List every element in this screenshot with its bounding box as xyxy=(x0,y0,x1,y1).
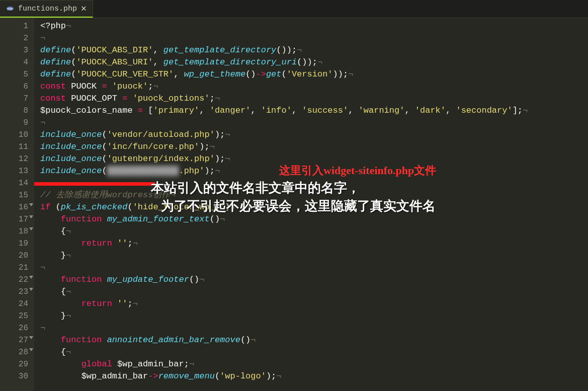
code-line[interactable]: $wp_admin_bar->remove_menu('wp-logo');¬ xyxy=(40,370,588,382)
code-line[interactable]: {¬ xyxy=(40,286,588,298)
close-icon[interactable]: ✕ xyxy=(81,4,87,13)
tab-bar: php functions.php ✕ xyxy=(0,0,588,18)
line-number: 4 xyxy=(0,56,28,68)
tab-functions-php[interactable]: php functions.php ✕ xyxy=(0,0,93,18)
fold-icon[interactable] xyxy=(29,203,33,206)
line-number: 6 xyxy=(0,81,28,93)
line-number: 15 xyxy=(0,189,28,201)
line-number: 20 xyxy=(0,250,28,262)
code-line[interactable]: if (pk_is_checked('hide_footer_wp_t')) {… xyxy=(40,201,588,213)
code-line[interactable]: include_once('gutenberg/index.php');¬ xyxy=(40,153,588,165)
code-line[interactable]: function my_update_footer()¬ xyxy=(40,274,588,286)
code-line[interactable]: const PUOCK_OPT = 'puock_options';¬ xyxy=(40,93,588,105)
php-file-icon: php xyxy=(6,5,14,13)
code-line[interactable]: ¬ xyxy=(40,117,588,129)
line-number: 19 xyxy=(0,238,28,250)
code-line[interactable]: return '';¬ xyxy=(40,238,588,250)
line-number: 10 xyxy=(0,129,28,141)
code-line[interactable]: include_once(██████████████.php');¬ xyxy=(40,165,588,177)
code-line[interactable]: define('PUOCK_CUR_VER_STR', wp_get_theme… xyxy=(40,68,588,81)
code-line[interactable]: ¬ xyxy=(40,32,588,44)
code-line[interactable]: // 去除感谢使用wordpress创作¬ xyxy=(40,189,588,201)
line-number: 21 xyxy=(0,262,28,274)
line-number: 22 xyxy=(0,274,28,286)
code-line[interactable]: const PUOCK = 'puock';¬ xyxy=(40,81,588,93)
line-number: 9 xyxy=(0,117,28,129)
code-line[interactable]: global $wp_admin_bar;¬ xyxy=(40,358,588,370)
code-line[interactable]: <?php¬ xyxy=(40,20,588,32)
code-line[interactable]: function annointed_admin_bar_remove()¬ xyxy=(40,334,588,346)
line-number: 27 xyxy=(0,334,28,346)
line-number: 24 xyxy=(0,298,28,310)
fold-icon[interactable] xyxy=(29,348,33,351)
line-number: 16 xyxy=(0,201,28,213)
editor-pane: 1234567891011121314151617181920212223242… xyxy=(0,18,588,391)
line-number: 5 xyxy=(0,68,28,81)
redacted-text: ██████████████ xyxy=(107,165,179,177)
fold-icon[interactable] xyxy=(29,276,33,279)
line-number: 7 xyxy=(0,93,28,105)
code-line[interactable]: ¬ xyxy=(40,322,588,334)
line-number: 1 xyxy=(0,20,28,32)
line-number: 12 xyxy=(0,153,28,165)
line-number: 11 xyxy=(0,141,28,153)
code-line[interactable]: define('PUOCK_ABS_DIR', get_template_dir… xyxy=(40,44,588,56)
code-line[interactable]: }¬ xyxy=(40,250,588,262)
svg-text:php: php xyxy=(8,7,13,11)
line-number: 26 xyxy=(0,322,28,334)
fold-icon[interactable] xyxy=(29,336,33,339)
line-number: 28 xyxy=(0,346,28,358)
code-line[interactable]: function my_admin_footer_text()¬ xyxy=(40,213,588,225)
line-number: 29 xyxy=(0,358,28,370)
fold-icon[interactable] xyxy=(29,227,33,230)
line-number: 2 xyxy=(0,32,28,44)
line-number: 18 xyxy=(0,225,28,238)
line-number: 30 xyxy=(0,370,28,382)
line-number: 14 xyxy=(0,177,28,189)
code-area[interactable]: <?php¬¬define('PUOCK_ABS_DIR', get_templ… xyxy=(34,18,588,391)
code-line[interactable]: $puock_colors_name = ['primary', 'danger… xyxy=(40,105,588,117)
code-line[interactable]: {¬ xyxy=(40,346,588,358)
code-line[interactable]: }¬ xyxy=(40,310,588,322)
line-number: 23 xyxy=(0,286,28,298)
code-line[interactable]: define('PUOCK_ABS_URI', get_template_dir… xyxy=(40,56,588,68)
line-number: 25 xyxy=(0,310,28,322)
code-line[interactable]: include_once('vendor/autoload.php');¬ xyxy=(40,129,588,141)
line-number-gutter: 1234567891011121314151617181920212223242… xyxy=(0,18,34,391)
code-line[interactable]: include_once('inc/fun/core.php');¬ xyxy=(40,141,588,153)
line-number: 17 xyxy=(0,213,28,225)
code-line[interactable]: ¬ xyxy=(40,262,588,274)
code-line[interactable]: {¬ xyxy=(40,225,588,238)
line-number: 13 xyxy=(0,165,28,177)
code-line[interactable]: ¬ xyxy=(40,177,588,189)
tab-label: functions.php xyxy=(18,5,77,13)
fold-icon[interactable] xyxy=(29,215,33,218)
line-number: 3 xyxy=(0,44,28,56)
code-line[interactable]: return '';¬ xyxy=(40,298,588,310)
line-number: 8 xyxy=(0,105,28,117)
fold-icon[interactable] xyxy=(29,288,33,291)
